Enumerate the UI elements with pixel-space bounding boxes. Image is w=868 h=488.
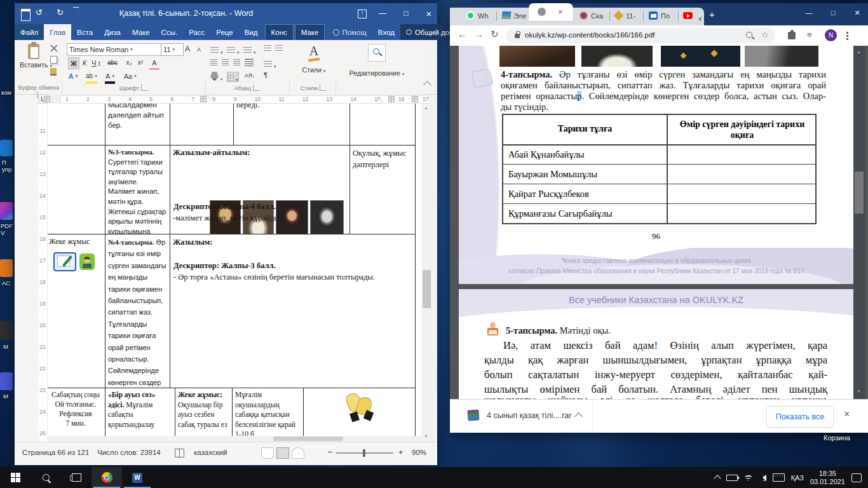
paste-button[interactable]: Вставить bbox=[20, 43, 48, 82]
clock[interactable]: 18:3503.01.2021 bbox=[810, 470, 845, 486]
strikethrough-button[interactable]: abc bbox=[107, 57, 118, 68]
underline-button[interactable]: Ч bbox=[91, 57, 101, 68]
table-cell[interactable]: Оқулық, жұмыс дәптерлері bbox=[349, 145, 416, 234]
zoom-in-button[interactable]: + bbox=[398, 447, 403, 457]
table-cell[interactable]: Мысалдармен дәлелдеп айтып бер. bbox=[105, 104, 170, 146]
bold-button[interactable]: Ж bbox=[68, 57, 79, 69]
back-button[interactable]: ← bbox=[458, 29, 467, 39]
reading-list-icon[interactable]: ≡ bbox=[807, 30, 812, 39]
show-all-button[interactable]: Показать все bbox=[766, 406, 834, 428]
fairytales-tab-icon[interactable] bbox=[580, 11, 588, 20]
acdsee-icon[interactable] bbox=[0, 259, 13, 277]
change-case-button[interactable]: Аа bbox=[124, 71, 136, 81]
word-document[interactable]: Мысалдармен дәлелдеп айтып бер. береді. … bbox=[48, 104, 421, 442]
vertical-ruler[interactable]: 11 12 13 14 15 16 17 18 19 20 21 22 23 2… bbox=[38, 104, 48, 442]
shrink-font-button[interactable]: А bbox=[194, 44, 204, 55]
page-indicator[interactable]: Страница 66 из 121 bbox=[22, 449, 89, 456]
subscript-button[interactable]: x₂ bbox=[124, 57, 134, 68]
zoom-slider[interactable] bbox=[336, 452, 393, 454]
highlight-button[interactable]: ab bbox=[86, 71, 97, 84]
font-name-select[interactable]: Times New Roman bbox=[67, 43, 162, 56]
zoom-level[interactable]: 90% bbox=[412, 449, 426, 456]
table-cell[interactable]: №3-тапсырма. Суреттегі тарихи тұлғалар т… bbox=[105, 145, 170, 234]
zoom-out-button[interactable]: − bbox=[327, 447, 332, 457]
tab-mail[interactable]: По bbox=[661, 12, 675, 20]
tab-active-pdf[interactable]: × bbox=[529, 3, 573, 21]
proofing-icon[interactable] bbox=[175, 449, 184, 458]
tab-file[interactable]: Файл bbox=[15, 24, 44, 40]
ribbon-display-options-icon[interactable]: ↑ bbox=[358, 10, 367, 18]
font-size-select[interactable]: 11 bbox=[161, 43, 184, 56]
whatsapp-tab-icon[interactable] bbox=[466, 11, 475, 20]
taskbar-chrome-button[interactable] bbox=[92, 467, 122, 488]
numbering-button[interactable] bbox=[227, 45, 240, 57]
menu-dots-icon[interactable] bbox=[846, 31, 848, 43]
table-cell[interactable]: «Бір ауыз сөз» әдісі. Мұғалім сабақты қо… bbox=[105, 388, 175, 442]
taskbar-word-button[interactable]: W bbox=[122, 467, 153, 488]
tray-expand-icon[interactable] bbox=[714, 475, 721, 482]
tab-mailings[interactable]: Расс bbox=[183, 24, 210, 40]
grow-font-button[interactable]: А bbox=[182, 43, 193, 54]
increase-indent-button[interactable] bbox=[275, 45, 283, 51]
tab-help[interactable]: Помощ bbox=[327, 24, 372, 40]
table-cell[interactable]: Жеке жұмыс: Оқушылар бір ауыз сезбен саб… bbox=[175, 388, 233, 442]
redo-button[interactable]: ↻ bbox=[57, 8, 64, 17]
line-spacing-button[interactable] bbox=[264, 59, 276, 71]
volume-icon[interactable] bbox=[759, 475, 766, 481]
vertical-scrollbar[interactable]: ▲ ▼ bbox=[421, 104, 432, 442]
table-cell[interactable]: Мұғалім оқушылардың сабаққа қатысқан бел… bbox=[232, 388, 304, 442]
address-bar[interactable]: okulyk.kz/wp-content/books/166/166.pdf ☆ bbox=[506, 28, 775, 43]
pdf-viewer-icon[interactable] bbox=[0, 202, 13, 220]
tab-skazki[interactable]: Ска bbox=[591, 12, 606, 20]
start-button[interactable] bbox=[0, 467, 31, 488]
borders-button[interactable] bbox=[227, 72, 239, 82]
align-center-button[interactable] bbox=[222, 59, 229, 65]
text-effects-button[interactable]: А bbox=[68, 71, 78, 81]
multilevel-list-button[interactable] bbox=[243, 45, 256, 57]
language-indicator[interactable]: казахский bbox=[194, 449, 227, 456]
table-cell[interactable]: Жазылым-айтылым: Дескриптор: Жалпы-4 бал… bbox=[170, 145, 350, 234]
task-view-button[interactable] bbox=[61, 467, 92, 488]
table-cell[interactable] bbox=[349, 104, 416, 146]
close-button[interactable]: × bbox=[420, 3, 438, 24]
taskbar-search-button[interactable] bbox=[31, 467, 61, 488]
tab-11[interactable]: 11- bbox=[626, 12, 640, 20]
reload-button[interactable]: ↻ bbox=[491, 29, 499, 40]
bookmark-star-icon[interactable]: ☆ bbox=[761, 30, 769, 39]
tab-whatsapp[interactable]: Wh bbox=[478, 12, 493, 20]
url-text[interactable]: okulyk.kz/wp-content/books/166/166.pdf bbox=[525, 31, 655, 39]
styles-button[interactable]: А Стили bbox=[297, 44, 330, 75]
scrollbar-thumb[interactable] bbox=[855, 172, 864, 214]
touch-keyboard-icon[interactable] bbox=[773, 473, 785, 482]
sign-in-button[interactable]: Вход bbox=[372, 24, 400, 40]
tab-library[interactable]: Эле bbox=[513, 12, 529, 20]
control-panel-icon[interactable] bbox=[0, 140, 13, 156]
print-layout-button[interactable] bbox=[276, 447, 289, 459]
collapse-ribbon-icon[interactable] bbox=[423, 81, 431, 89]
read-mode-button[interactable] bbox=[261, 447, 274, 459]
table-cell[interactable] bbox=[170, 104, 234, 146]
font-color-button[interactable]: А bbox=[105, 71, 115, 84]
table-cell[interactable] bbox=[48, 145, 105, 234]
tab-audio-icon[interactable] bbox=[695, 13, 702, 25]
shading-button[interactable] bbox=[210, 72, 223, 83]
dialog-launcher[interactable] bbox=[141, 85, 147, 91]
editing-button[interactable]: Редактирование bbox=[342, 44, 412, 78]
justify-button[interactable] bbox=[245, 58, 254, 67]
table-cell[interactable]: береді. bbox=[233, 104, 350, 146]
italic-button[interactable]: К bbox=[79, 57, 90, 68]
books-tab-icon[interactable] bbox=[501, 11, 511, 19]
align-left-button[interactable] bbox=[210, 59, 217, 65]
download-expand-icon[interactable] bbox=[574, 412, 583, 421]
new-tab-button[interactable]: + bbox=[709, 9, 715, 20]
tab-insert[interactable]: Вста bbox=[71, 24, 98, 40]
language-indicator[interactable]: ҚАЗ bbox=[791, 474, 804, 482]
copy-icon[interactable] bbox=[50, 56, 57, 64]
tab-table-layout[interactable]: Маке bbox=[295, 24, 325, 40]
pilcrow-button[interactable]: ¶ bbox=[264, 71, 268, 79]
download-filename[interactable]: 4 сынып қазақ тілі....rar bbox=[487, 411, 571, 420]
tab-close-icon[interactable]: × bbox=[558, 7, 563, 17]
tab-view[interactable]: Вид bbox=[239, 24, 264, 40]
downloadbar-close-icon[interactable]: × bbox=[844, 409, 850, 420]
close-button[interactable]: × bbox=[846, 3, 868, 22]
